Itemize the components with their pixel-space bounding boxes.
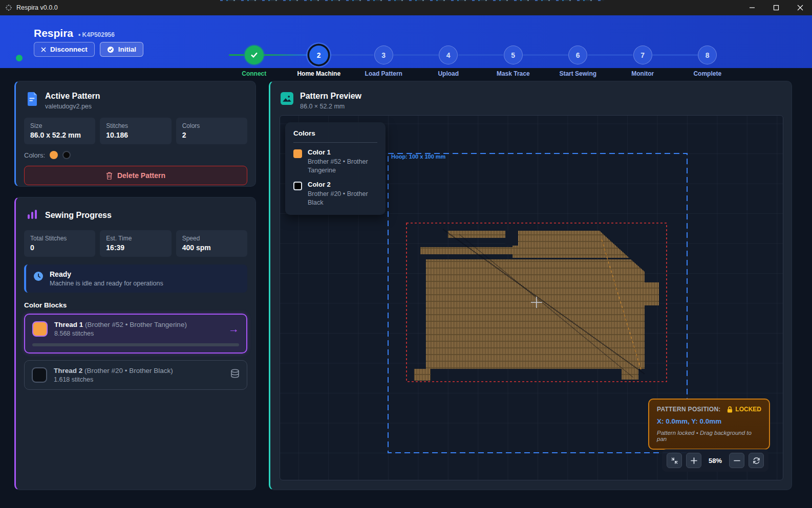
database-icon <box>230 369 240 381</box>
step-home-machine[interactable]: 2 Home Machine <box>287 46 352 77</box>
color-swatch-black <box>62 151 71 159</box>
check-circle-icon <box>107 46 114 53</box>
color-swatch-orange <box>50 151 58 159</box>
lock-icon <box>727 406 733 413</box>
stat-speed: Speed 400 spm <box>176 230 247 257</box>
colors-label: Colors: <box>24 151 45 159</box>
active-pattern-title: Active Pattern <box>45 92 100 101</box>
zoom-out-button[interactable] <box>729 453 744 468</box>
thread-2-swatch <box>32 367 47 383</box>
refresh-button[interactable] <box>749 453 764 468</box>
stat-total-stitches: Total Stitches 0 <box>24 230 95 257</box>
background-window-sliver <box>220 0 604 1</box>
stat-est-time: Est. Time 16:39 <box>100 230 171 257</box>
stat-colors: Colors 2 <box>176 118 247 144</box>
minimize-button[interactable] <box>740 0 764 15</box>
legend-item-color-2: Color 2 Brother #20 • Brother Black <box>293 181 377 207</box>
legend-title: Colors <box>293 129 377 137</box>
window-title: Respira v0.0.0 <box>16 4 58 11</box>
brand-title: Respira <box>34 27 73 39</box>
check-icon <box>245 46 264 64</box>
position-hint: Pattern locked • Drag background to pan <box>657 430 761 442</box>
app-icon <box>5 4 12 11</box>
active-pattern-card: Active Pattern valetudogv2.pes Size 86.0… <box>14 81 256 187</box>
maximize-button[interactable] <box>764 0 788 15</box>
thread-1-swatch <box>32 321 48 337</box>
pattern-filename: valetudogv2.pes <box>45 103 100 110</box>
disconnect-button[interactable]: Disconnect <box>34 42 95 57</box>
position-label: PATTERN POSITION: <box>657 406 721 413</box>
step-upload[interactable]: 4 Upload <box>416 46 481 77</box>
window-titlebar: Respira v0.0.0 <box>0 0 812 15</box>
step-start-sewing[interactable]: 6 Start Sewing <box>546 46 611 77</box>
connection-status-dot <box>16 55 23 61</box>
fit-view-button[interactable] <box>667 453 682 468</box>
pattern-position-overlay: PATTERN POSITION: LOCKED X: 0.0mm, Y: 0.… <box>648 399 770 450</box>
arrow-right-icon: → <box>228 323 239 335</box>
app-header: Respira • K4P502956 Disconnect Initial C… <box>0 15 812 68</box>
thread-2-block[interactable]: Thread 2 (Brother #20 • Brother Black) 1… <box>24 360 247 390</box>
image-icon <box>281 92 293 110</box>
thread-1-progress-bar <box>32 343 239 346</box>
legend-swatch-2 <box>293 182 302 190</box>
workflow-stepper: Connect 2 Home Machine 3 Load Pattern 4 … <box>222 46 740 77</box>
colors-legend: Colors Color 1 Brother #52 • Brother Tan… <box>285 122 386 215</box>
stat-size: Size 86.0 x 52.2 mm <box>24 118 95 144</box>
stat-stitches: Stitches 10.186 <box>100 118 171 144</box>
step-monitor[interactable]: 7 Monitor <box>610 46 675 77</box>
x-icon <box>41 47 46 52</box>
zoom-level: 58% <box>706 457 725 465</box>
close-button[interactable] <box>788 0 812 15</box>
step-complete[interactable]: 8 Complete <box>675 46 740 77</box>
machine-serial: • K4P502956 <box>78 31 115 38</box>
pattern-preview-card: Pattern Preview 86.0 × 52.2 mm <box>269 81 792 490</box>
position-coordinates: X: 0.0mm, Y: 0.0mm <box>657 417 761 425</box>
legend-item-color-1: Color 1 Brother #52 • Brother Tangerine <box>293 148 377 175</box>
pattern-dimensions: 86.0 × 52.2 mm <box>300 103 361 110</box>
thread-1-block[interactable]: Thread 1 (Brother #52 • Brother Tangerin… <box>24 314 247 354</box>
zoom-in-button[interactable] <box>686 453 701 468</box>
step-connect[interactable]: Connect <box>222 46 287 77</box>
machine-status-banner: Ready Machine is idle and ready for oper… <box>24 264 247 293</box>
color-blocks-heading: Color Blocks <box>16 293 255 314</box>
delete-pattern-button[interactable]: Delete Pattern <box>24 166 247 185</box>
sewing-progress-title: Sewing Progress <box>45 211 112 220</box>
pattern-preview-title: Pattern Preview <box>300 92 361 101</box>
legend-swatch-1 <box>293 149 302 158</box>
zoom-toolbar: 58% <box>662 449 768 472</box>
legend-divider <box>293 142 377 143</box>
hoop-label: Hoop: 100 x 100 mm <box>391 153 446 160</box>
step-mask-trace[interactable]: 5 Mask Trace <box>481 46 546 77</box>
document-icon <box>26 92 38 110</box>
preview-canvas[interactable]: Hoop: 100 x 100 mm Colors Color 1 Brothe… <box>280 115 783 480</box>
bar-chart-icon <box>26 208 38 223</box>
initial-button[interactable]: Initial <box>100 42 143 57</box>
clock-icon <box>33 271 44 281</box>
sewing-progress-card: Sewing Progress Total Stitches 0 Est. Ti… <box>14 197 256 490</box>
step-load-pattern[interactable]: 3 Load Pattern <box>351 46 416 77</box>
locked-badge: LOCKED <box>735 406 761 413</box>
status-description: Machine is idle and ready for operations <box>50 280 163 287</box>
trash-icon <box>106 172 113 180</box>
status-title: Ready <box>50 270 163 278</box>
